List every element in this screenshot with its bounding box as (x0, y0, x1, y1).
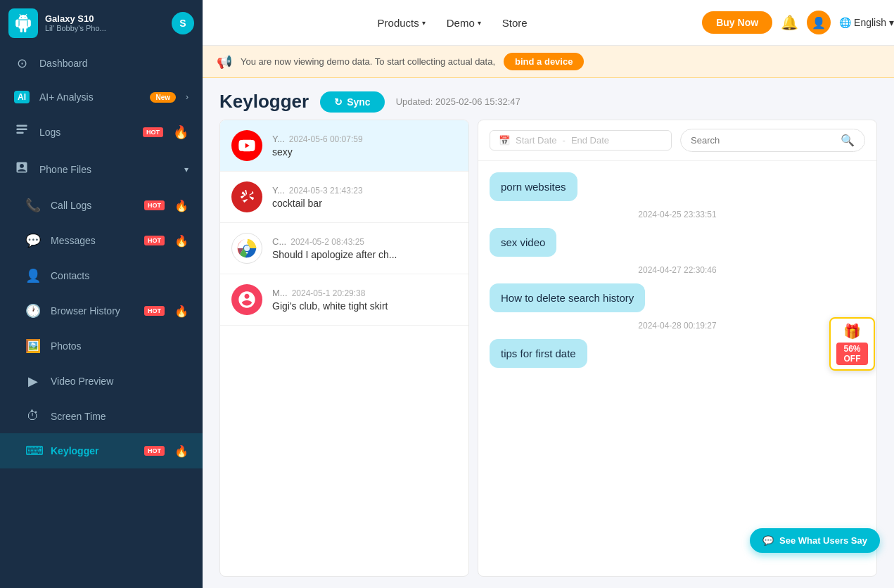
svg-rect-0 (17, 125, 27, 127)
sidebar-item-photos[interactable]: 🖼️ Photos (0, 328, 203, 364)
language-chevron-icon: ▾ (889, 17, 894, 28)
user-account-icon[interactable]: 👤 (807, 11, 831, 34)
keylogger-body: Y... 2024-05-6 00:07:59 sexy Y... 2024-0… (203, 120, 894, 588)
sidebar-item-browser-history[interactable]: 🕐 Browser History HOT 🔥 (0, 293, 203, 328)
sidebar-item-logs[interactable]: Logs HOT 🔥 (0, 113, 203, 151)
chat-bubble: sex video (490, 228, 556, 257)
chat-bubble: porn websites (490, 172, 577, 201)
dashboard-icon: ⊙ (14, 56, 30, 71)
sidebar-item-screen-time[interactable]: ⏱ Screen Time (0, 399, 203, 433)
logs-fire-icon: 🔥 (173, 124, 189, 140)
app-info-youtube: Y... 2024-05-6 00:07:59 sexy (272, 134, 457, 158)
svg-rect-1 (17, 129, 27, 131)
app-timestamp: 2024-05-6 00:07:59 (289, 134, 363, 144)
sync-icon: ↻ (334, 96, 343, 108)
chat-bubble-icon: 💬 (762, 535, 774, 546)
products-nav-link[interactable]: Products ▾ (378, 17, 426, 29)
chat-timestamp: 2024-04-25 23:33:51 (490, 210, 865, 219)
nav-avatar-icon[interactable]: S (172, 12, 194, 34)
sidebar-item-keylogger[interactable]: ⌨ Keylogger HOT 🔥 (0, 433, 203, 468)
language-label: English (854, 17, 886, 28)
start-date-placeholder: Start Date (516, 135, 557, 146)
sidebar-item-video-preview[interactable]: ▶ Video Preview (0, 364, 203, 399)
demo-banner: 📢 You are now viewing demo data. To star… (203, 46, 894, 78)
buy-now-button[interactable]: Buy Now (702, 11, 772, 34)
meetup-app-logo (231, 284, 262, 315)
users-say-button[interactable]: 💬 See What Users Say (750, 528, 880, 553)
device-info: Galaxy S10 Lil' Bobby's Pho... (45, 13, 165, 32)
app-text: cocktail bar (272, 198, 457, 209)
gift-icon: 🎁 (836, 323, 868, 340)
yelp-app-logo (231, 181, 262, 212)
updated-text: Updated: 2025-02-06 15:32:47 (396, 96, 521, 107)
store-nav-link[interactable]: Store (502, 17, 528, 29)
messages-hot-badge: HOT (144, 236, 165, 245)
phone-files-label: Phone Files (39, 164, 174, 175)
megaphone-icon: 📢 (217, 54, 232, 70)
youtube-app-logo (231, 130, 262, 161)
promo-overlay[interactable]: 🎁 56% OFF (829, 317, 875, 371)
logs-label: Logs (39, 127, 133, 138)
sidebar-item-contacts[interactable]: 👤 Contacts (0, 258, 203, 293)
app-list-item[interactable]: Y... 2024-05-6 00:07:59 sexy (220, 120, 468, 172)
call-logs-fire-icon: 🔥 (174, 199, 189, 212)
keylogger-fire-icon: 🔥 (174, 445, 189, 458)
app-text: sexy (272, 146, 457, 158)
logs-hot-badge: HOT (143, 127, 163, 137)
app-list-item[interactable]: Y... 2024-05-3 21:43:23 cocktail bar (220, 172, 468, 223)
nav-brand: Galaxy S10 Lil' Bobby's Pho... S (0, 0, 203, 46)
search-input[interactable] (691, 135, 835, 146)
sidebar-item-phone-files[interactable]: Phone Files ▾ (0, 151, 203, 188)
chat-timestamp: 2024-04-28 00:19:27 (490, 321, 865, 331)
sidebar-item-ai-analysis[interactable]: AI AI+ Analysis New › (0, 81, 203, 113)
chat-messages: porn websites 2024-04-25 23:33:51 sex vi… (478, 161, 876, 576)
sidebar-item-messages[interactable]: 💬 Messages HOT 🔥 (0, 223, 203, 258)
svg-point-4 (244, 245, 250, 251)
language-button[interactable]: 🌐 English ▾ (839, 17, 894, 28)
chat-panel: 📅 Start Date - End Date 🔍 porn websites … (478, 120, 877, 577)
call-logs-hot-badge: HOT (144, 200, 165, 210)
android-icon (14, 14, 32, 32)
date-filter[interactable]: 📅 Start Date - End Date (490, 130, 672, 151)
chat-filters: 📅 Start Date - End Date 🔍 (478, 120, 876, 161)
end-date-placeholder: End Date (571, 135, 609, 146)
app-short-name: Y... (272, 134, 285, 144)
ai-new-badge: New (150, 92, 176, 103)
sidebar-item-dashboard[interactable]: ⊙ Dashboard (0, 46, 203, 81)
sync-label: Sync (347, 96, 370, 108)
bind-device-button[interactable]: bind a device (504, 53, 584, 70)
app-short-name: Y... (272, 185, 285, 196)
app-list-item[interactable]: M... 2024-05-1 20:29:38 Gigi's club, whi… (220, 274, 468, 326)
app-text: Gigi's club, white tight skirt (272, 300, 457, 312)
browser-history-icon: 🕐 (25, 303, 41, 319)
app-short-name: C... (272, 236, 286, 247)
browser-history-label: Browser History (51, 305, 134, 317)
globe-icon: 🌐 (839, 17, 851, 28)
demo-nav-link[interactable]: Demo ▾ (447, 17, 481, 29)
keylogger-label: Keylogger (51, 445, 134, 456)
notification-bell-icon[interactable]: 🔔 (781, 14, 798, 31)
page-title: Keylogger (219, 91, 309, 113)
app-text: Should I apologize after ch... (272, 249, 457, 260)
app-info-yelp: Y... 2024-05-3 21:43:23 cocktail bar (272, 185, 457, 209)
video-preview-icon: ▶ (25, 373, 41, 389)
app-short-name: M... (272, 288, 288, 298)
store-label: Store (502, 17, 528, 29)
browser-history-hot-badge: HOT (144, 306, 165, 316)
call-logs-icon: 📞 (25, 198, 41, 213)
app-info-chrome: C... 2024-05-2 08:43:25 Should I apologi… (272, 236, 457, 260)
messages-icon: 💬 (25, 233, 41, 248)
keylogger-hot-badge: HOT (144, 446, 165, 456)
sidebar-item-call-logs[interactable]: 📞 Call Logs HOT 🔥 (0, 188, 203, 223)
video-preview-label: Video Preview (51, 376, 189, 387)
keylogger-icon: ⌨ (25, 443, 41, 459)
app-list-item[interactable]: C... 2024-05-2 08:43:25 Should I apologi… (220, 223, 468, 274)
phone-files-chevron-icon: ▾ (184, 165, 189, 174)
page-header: Keylogger ↻ Sync Updated: 2025-02-06 15:… (203, 78, 894, 120)
app-list-panel: Y... 2024-05-6 00:07:59 sexy Y... 2024-0… (219, 120, 469, 577)
messages-fire-icon: 🔥 (174, 234, 189, 248)
contacts-icon: 👤 (25, 268, 41, 283)
nav-center: Products ▾ Demo ▾ Store (203, 0, 702, 45)
app-timestamp: 2024-05-2 08:43:25 (290, 237, 364, 247)
sync-button[interactable]: ↻ Sync (320, 91, 384, 113)
